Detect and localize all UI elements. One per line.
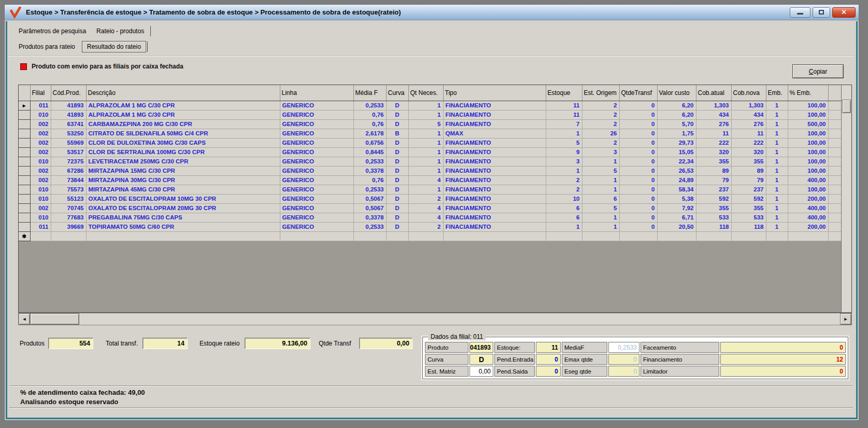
v-scrollbar-thumb[interactable]	[842, 100, 851, 113]
grid-cell[interactable]: GENERICO	[280, 138, 353, 147]
grid-cell[interactable]: GENERICO	[280, 110, 353, 119]
grid-cell[interactable]: 355	[696, 203, 731, 213]
grid-cell[interactable]: D	[386, 147, 408, 157]
grid-cell[interactable]: 400,00	[788, 203, 828, 213]
grid-cell[interactable]: GENERICO	[280, 147, 353, 157]
table-row[interactable]: ►01141893ALPRAZOLAM 1 MG C/30 CPRGENERIC…	[19, 101, 841, 110]
table-row[interactable]: 00273844MIRTAZAPINA 30MG C/30 CPRGENERIC…	[19, 175, 841, 185]
grid-cell[interactable]: 0,76	[353, 110, 386, 119]
grid-cell[interactable]: GENERICO	[280, 101, 353, 110]
grid-cell[interactable]: MIRTAZAPINA 45MG C/30 CPR	[86, 185, 280, 194]
grid-cell[interactable]: CITRATO DE SILDENAFILA 50MG C/4 CPR	[86, 129, 280, 138]
grid-cell[interactable]: FINACIAMENTO	[443, 194, 546, 203]
grid-cell[interactable]: 58,34	[657, 185, 696, 194]
grid-cell[interactable]: 100,00	[788, 138, 828, 147]
grid-cell[interactable]: 55969	[51, 138, 86, 147]
grid-cell[interactable]: GENERICO	[280, 222, 353, 231]
table-row[interactable]: 00270745OXALATO DE ESCITALOPRAM 20MG 30 …	[19, 203, 841, 213]
column-header-qtdetransf[interactable]: QtdeTransf	[619, 85, 657, 101]
grid-cell[interactable]: D	[386, 110, 408, 119]
grid-cell[interactable]: 002	[30, 138, 51, 147]
grid-cell[interactable]: 010	[30, 110, 51, 119]
grid-cell[interactable]: 0	[619, 194, 657, 203]
grid-cell[interactable]: 100,00	[788, 101, 828, 110]
grid-cell[interactable]: 67286	[51, 166, 86, 175]
grid-cell[interactable]: 0	[619, 203, 657, 213]
grid-cell[interactable]: 0	[619, 166, 657, 175]
table-row[interactable]: 00253250CITRATO DE SILDENAFILA 50MG C/4 …	[19, 129, 841, 138]
grid-cell[interactable]: D	[386, 166, 408, 175]
grid-cell[interactable]: 1	[582, 157, 619, 166]
grid-cell[interactable]: 200,00	[788, 194, 828, 203]
grid-cell[interactable]: 63741	[51, 119, 86, 129]
grid-cell[interactable]: 2	[582, 138, 619, 147]
insert-row[interactable]: ✱	[19, 231, 841, 241]
column-header-tipo[interactable]: Tipo	[443, 85, 546, 101]
column-header-descri-o[interactable]: Descrição	[86, 85, 280, 101]
grid-cell[interactable]: 5,38	[657, 194, 696, 203]
grid-cell[interactable]: 5	[582, 166, 619, 175]
grid-cell[interactable]: FINACIAMENTO	[443, 101, 546, 110]
grid-cell[interactable]: FINACIAMENTO	[443, 203, 546, 213]
grid-cell[interactable]: 0	[619, 119, 657, 129]
grid-cell[interactable]: FINACIAMENTO	[443, 175, 546, 185]
h-scrollbar-thumb[interactable]	[30, 313, 79, 325]
grid-cell[interactable]: GENERICO	[280, 194, 353, 203]
tab-produtos-para-rateio[interactable]: Produtos para rateio	[13, 41, 80, 52]
grid-cell[interactable]: 70745	[51, 203, 86, 213]
grid-cell[interactable]: 1	[766, 175, 788, 185]
column-header-qt-neces-[interactable]: Qt Neces.	[408, 85, 443, 101]
grid-cell[interactable]: FINACIAMENTO	[443, 222, 546, 231]
grid-cell[interactable]: 434	[696, 110, 731, 119]
grid-cell[interactable]: 400,00	[788, 175, 828, 185]
grid-cell[interactable]: 1	[766, 166, 788, 175]
grid-cell[interactable]: 24,89	[657, 175, 696, 185]
grid-cell[interactable]: 1	[766, 119, 788, 129]
grid-cell[interactable]: FINACIAMENTO	[443, 119, 546, 129]
grid-cell[interactable]: B	[386, 129, 408, 138]
grid-cell[interactable]: 0,5067	[353, 194, 386, 203]
grid-cell[interactable]: 100,00	[788, 157, 828, 166]
table-row[interactable]: 01055123OXALATO DE ESCITALOPRAM 10MG 30 …	[19, 194, 841, 203]
grid-cell[interactable]: 9	[546, 147, 582, 157]
grid-cell[interactable]: 1,75	[657, 129, 696, 138]
column-header-cob-atual[interactable]: Cob.atual	[696, 85, 731, 101]
column-header-cob-nova[interactable]: Cob.nova	[731, 85, 766, 101]
grid-cell[interactable]: 75573	[51, 185, 86, 194]
grid-cell[interactable]: 355	[696, 157, 731, 166]
grid-cell[interactable]: 1	[408, 129, 443, 138]
grid-cell[interactable]: 400,00	[788, 213, 828, 222]
grid-cell[interactable]: 222	[731, 138, 766, 147]
grid-cell[interactable]: 5,70	[657, 119, 696, 129]
grid-cell[interactable]: 1	[766, 222, 788, 231]
grid-cell[interactable]: 200,00	[788, 222, 828, 231]
grid-cell[interactable]: 1	[766, 110, 788, 119]
grid-cell[interactable]: 29,73	[657, 138, 696, 147]
grid-cell[interactable]: 533	[696, 213, 731, 222]
grid-cell[interactable]: 89	[731, 166, 766, 175]
grid-cell[interactable]: 11	[546, 110, 582, 119]
column-header-emb-[interactable]: Emb.	[766, 85, 788, 101]
grid-cell[interactable]: 592	[731, 194, 766, 203]
table-row[interactable]: 01072375LEVETIRACETAM 250MG C/30 CPRGENE…	[19, 157, 841, 166]
grid-cell[interactable]: 0	[619, 101, 657, 110]
grid-cell[interactable]: D	[386, 194, 408, 203]
grid-cell[interactable]: OXALATO DE ESCITALOPRAM 10MG 30 CPR	[86, 194, 280, 203]
grid-cell[interactable]: 592	[696, 194, 731, 203]
grid-cell[interactable]: 1	[546, 222, 582, 231]
grid-cell[interactable]: 6	[582, 194, 619, 203]
grid-cell[interactable]: TOPIRAMATO 50MG C/60 CPR	[86, 222, 280, 231]
grid-cell[interactable]: 4	[408, 203, 443, 213]
grid-cell[interactable]: 010	[30, 157, 51, 166]
grid-cell[interactable]: 320	[731, 147, 766, 157]
grid-cell[interactable]: 6,71	[657, 213, 696, 222]
maximize-button[interactable]	[813, 7, 830, 18]
grid-cell[interactable]: 72375	[51, 157, 86, 166]
grid-cell[interactable]: 0	[619, 185, 657, 194]
grid-cell[interactable]: 11	[696, 129, 731, 138]
grid-cell[interactable]: 0	[619, 213, 657, 222]
grid-cell[interactable]: 1	[766, 185, 788, 194]
grid-cell[interactable]: 1	[766, 194, 788, 203]
tab-parametros-de-pesquisa[interactable]: Parâmetros de pesquisa	[13, 25, 91, 37]
grid-cell[interactable]: 011	[30, 222, 51, 231]
